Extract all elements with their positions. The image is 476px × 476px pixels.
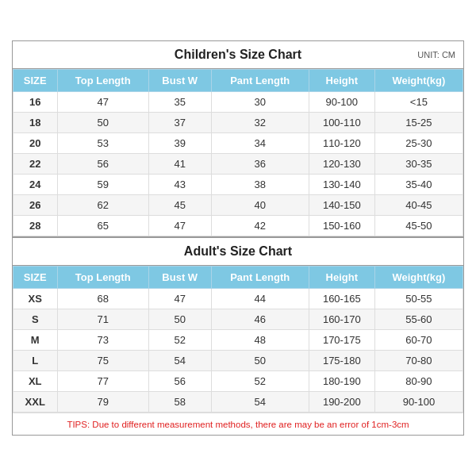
adult-cell-2-0: M: [13, 330, 58, 351]
children-cell-1-0: 18: [13, 113, 58, 133]
adult-cell-5-5: 90-100: [374, 392, 463, 413]
children-cell-1-1: 50: [57, 113, 148, 133]
adult-table: SIZETop LengthBust WPant LengthHeightWei…: [13, 266, 463, 413]
adult-row-3: L755450175-18070-80: [13, 351, 463, 371]
children-chart-title: Children's Size Chart: [175, 48, 301, 62]
adult-cell-1-5: 55-60: [374, 309, 463, 330]
children-cell-5-4: 140-150: [309, 195, 374, 216]
children-cell-2-1: 53: [57, 133, 148, 154]
children-header-row: SIZETop LengthBust WPant LengthHeightWei…: [13, 70, 463, 92]
adult-chart-title: Adult's Size Chart: [184, 244, 292, 259]
adult-cell-0-2: 47: [148, 289, 211, 309]
adult-cell-4-4: 180-190: [309, 371, 374, 392]
adult-cell-0-0: XS: [13, 289, 58, 309]
adult-row-2: M735248170-17560-70: [13, 330, 463, 351]
children-cell-2-4: 110-120: [309, 133, 374, 154]
adult-cell-5-4: 190-200: [309, 392, 374, 413]
children-cell-5-5: 40-45: [374, 195, 463, 216]
adult-header-4: Height: [309, 267, 374, 289]
adult-cell-5-3: 54: [211, 392, 309, 413]
children-cell-4-5: 35-40: [374, 175, 463, 195]
children-row-5: 26624540140-15040-45: [13, 195, 463, 216]
children-cell-5-2: 45: [148, 195, 211, 216]
children-cell-1-3: 32: [211, 113, 309, 133]
children-row-3: 22564136120-13030-35: [13, 154, 463, 175]
adult-cell-4-0: XL: [13, 371, 58, 392]
adult-cell-0-1: 68: [57, 289, 148, 309]
children-cell-5-3: 40: [211, 195, 309, 216]
children-cell-0-1: 47: [57, 92, 148, 113]
adult-cell-2-5: 60-70: [374, 330, 463, 351]
adult-cell-1-3: 46: [211, 309, 309, 330]
children-cell-0-2: 35: [148, 92, 211, 113]
children-row-2: 20533934110-12025-30: [13, 133, 463, 154]
adult-header-row: SIZETop LengthBust WPant LengthHeightWei…: [13, 267, 463, 289]
adult-header-5: Weight(kg): [374, 267, 463, 289]
children-cell-0-0: 16: [13, 92, 58, 113]
adult-header-3: Pant Length: [211, 267, 309, 289]
adult-cell-0-3: 44: [211, 289, 309, 309]
adult-cell-3-0: L: [13, 351, 58, 371]
children-cell-3-1: 56: [57, 154, 148, 175]
children-cell-3-0: 22: [13, 154, 58, 175]
adult-row-4: XL775652180-19080-90: [13, 371, 463, 392]
adult-cell-4-5: 80-90: [374, 371, 463, 392]
children-cell-0-5: <15: [374, 92, 463, 113]
adult-cell-0-4: 160-165: [309, 289, 374, 309]
children-cell-2-2: 39: [148, 133, 211, 154]
adult-cell-3-1: 75: [57, 351, 148, 371]
children-cell-5-1: 62: [57, 195, 148, 216]
children-cell-2-5: 25-30: [374, 133, 463, 154]
children-cell-6-5: 45-50: [374, 216, 463, 236]
children-row-0: 1647353090-100<15: [13, 92, 463, 113]
adult-row-1: S715046160-17055-60: [13, 309, 463, 330]
adult-cell-1-4: 160-170: [309, 309, 374, 330]
adult-cell-3-5: 70-80: [374, 351, 463, 371]
children-cell-4-1: 59: [57, 175, 148, 195]
children-cell-6-3: 42: [211, 216, 309, 236]
tips-text: TIPS: Due to different measurement metho…: [67, 420, 409, 429]
children-row-1: 18503732100-11015-25: [13, 113, 463, 133]
size-chart-container: Children's Size Chart UNIT: CM SIZETop L…: [12, 40, 464, 436]
children-cell-4-0: 24: [13, 175, 58, 195]
children-cell-2-0: 20: [13, 133, 58, 154]
children-cell-6-2: 47: [148, 216, 211, 236]
adult-cell-1-0: S: [13, 309, 58, 330]
children-row-6: 28654742150-16045-50: [13, 216, 463, 236]
adult-header-2: Bust W: [148, 267, 211, 289]
adult-cell-5-0: XXL: [13, 392, 58, 413]
children-cell-0-3: 30: [211, 92, 309, 113]
children-cell-3-2: 41: [148, 154, 211, 175]
adult-header-0: SIZE: [13, 267, 58, 289]
tips-row: TIPS: Due to different measurement metho…: [13, 413, 463, 435]
children-cell-5-0: 26: [13, 195, 58, 216]
adult-title-row: Adult's Size Chart: [13, 236, 463, 266]
children-cell-1-5: 15-25: [374, 113, 463, 133]
children-cell-2-3: 34: [211, 133, 309, 154]
children-cell-1-4: 100-110: [309, 113, 374, 133]
adult-header-1: Top Length: [57, 267, 148, 289]
adult-cell-1-2: 50: [148, 309, 211, 330]
children-cell-3-3: 36: [211, 154, 309, 175]
children-header-0: SIZE: [13, 70, 58, 92]
children-cell-6-0: 28: [13, 216, 58, 236]
children-cell-0-4: 90-100: [309, 92, 374, 113]
children-header-2: Bust W: [148, 70, 211, 92]
children-title-row: Children's Size Chart UNIT: CM: [13, 41, 463, 69]
children-row-4: 24594338130-14035-40: [13, 175, 463, 195]
children-header-3: Pant Length: [211, 70, 309, 92]
adult-cell-4-1: 77: [57, 371, 148, 392]
children-header-1: Top Length: [57, 70, 148, 92]
adult-cell-2-1: 73: [57, 330, 148, 351]
adult-cell-2-4: 170-175: [309, 330, 374, 351]
adult-cell-2-2: 52: [148, 330, 211, 351]
children-cell-3-5: 30-35: [374, 154, 463, 175]
children-cell-4-2: 43: [148, 175, 211, 195]
adult-row-5: XXL795854190-20090-100: [13, 392, 463, 413]
adult-cell-3-4: 175-180: [309, 351, 374, 371]
adult-cell-0-5: 50-55: [374, 289, 463, 309]
unit-label: UNIT: CM: [417, 50, 455, 60]
children-table: SIZETop LengthBust WPant LengthHeightWei…: [13, 69, 463, 236]
adult-cell-1-1: 71: [57, 309, 148, 330]
adult-cell-5-1: 79: [57, 392, 148, 413]
